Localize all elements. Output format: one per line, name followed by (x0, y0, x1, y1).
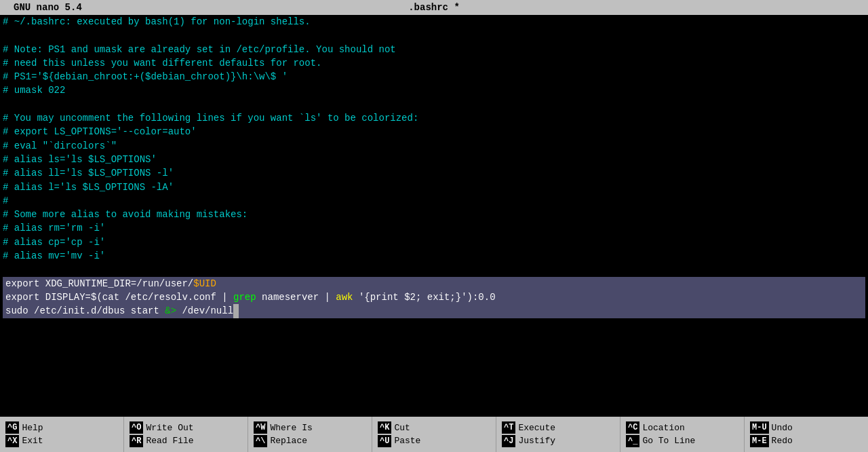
line-10: # eval "`dircolors`" (3, 139, 865, 153)
app-name: GNU nano 5.4 (14, 2, 82, 13)
key-ctrl-j: ^J (502, 435, 515, 447)
line-6: # umask 022 (3, 83, 865, 97)
key-ctrl-r: ^R (130, 435, 143, 447)
title-bar: GNU nano 5.4 .bashrc * (0, 0, 868, 15)
bottom-bar: ^G Help ^X Exit ^O Write Out ^R Read Fil… (0, 417, 868, 452)
line-5: # PS1='${debian_chroot:+($debian_chroot)… (3, 70, 865, 83)
label-execute: Execute (518, 421, 555, 435)
line-13: # alias l='ls $LS_OPTIONS -lA' (3, 181, 865, 194)
label-read-file: Read File (146, 434, 193, 448)
label-go-to-line: Go To Line (642, 434, 695, 448)
line-15: # Some more alias to avoid making mistak… (3, 208, 865, 221)
key-ctrl-x: ^X (5, 435, 19, 447)
label-exit: Exit (22, 434, 43, 448)
label-where-is: Where Is (270, 421, 312, 435)
line-3: # Note: PS1 and umask are already set in… (3, 43, 865, 56)
line-blank-1 (3, 29, 865, 42)
line-8: # You may uncomment the following lines … (3, 111, 865, 125)
editor-area[interactable]: # ~/.bashrc: executed by bash(1) for non… (0, 15, 868, 417)
line-1: # ~/.bashrc: executed by bash(1) for non… (3, 15, 865, 29)
shortcut-help: ^G Help ^X Exit (0, 417, 124, 452)
selected-line-2: export DISPLAY=$(cat /etc/resolv.conf | … (5, 290, 863, 304)
shortcut-execute: ^T Execute ^J Justify (496, 417, 620, 452)
key-ctrl-g: ^G (5, 421, 19, 434)
label-paste: Paste (394, 434, 420, 448)
line-4: # need this unless you want different de… (3, 56, 865, 70)
label-justify: Justify (518, 434, 555, 448)
shortcut-cut: ^K Cut ^U Paste (372, 417, 496, 452)
key-ctrl-o: ^O (130, 421, 143, 434)
key-ctrl-underscore: ^_ (626, 435, 639, 447)
code-lines: # ~/.bashrc: executed by bash(1) for non… (3, 15, 865, 277)
label-location: Location (642, 421, 684, 435)
line-blank-3 (3, 263, 865, 276)
key-ctrl-k: ^K (378, 421, 391, 434)
label-redo: Redo (772, 434, 793, 448)
key-ctrl-u: ^U (378, 435, 391, 447)
label-cut: Cut (394, 421, 410, 435)
key-m-u: M-U (750, 421, 769, 434)
selected-line-3: sudo /etc/init.d/dbus start &> /dev/null (5, 304, 863, 318)
shortcut-location: ^C Location ^_ Go To Line (620, 417, 745, 452)
selected-line-1: export XDG_RUNTIME_DIR=/run/user/$UID (5, 277, 863, 290)
shortcut-where: ^W Where Is ^\ Replace (248, 417, 372, 452)
file-name: .bashrc * (408, 2, 460, 13)
label-help: Help (22, 421, 43, 435)
label-replace: Replace (270, 434, 307, 448)
selected-lines: export XDG_RUNTIME_DIR=/run/user/$UID ex… (3, 277, 865, 318)
key-ctrl-backslash: ^\ (254, 435, 267, 447)
line-11: # alias ls='ls $LS_OPTIONS' (3, 153, 865, 166)
key-ctrl-w: ^W (254, 421, 267, 434)
line-16: # alias rm='rm -i' (3, 221, 865, 235)
key-m-e: M-E (750, 435, 769, 447)
key-ctrl-t: ^T (502, 421, 515, 434)
line-9: # export LS_OPTIONS='--color=auto' (3, 125, 865, 138)
shortcut-write: ^O Write Out ^R Read File (124, 417, 248, 452)
label-undo: Undo (772, 421, 793, 435)
line-blank-2 (3, 98, 865, 111)
line-12: # alias ll='ls $LS_OPTIONS -l' (3, 166, 865, 180)
key-ctrl-c: ^C (626, 421, 639, 434)
line-18: # alias mv='mv -i' (3, 249, 865, 263)
line-14: # (3, 194, 865, 208)
shortcut-undo: M-U Undo M-E Redo (745, 417, 868, 452)
label-write-out: Write Out (146, 421, 193, 435)
line-17: # alias cp='cp -i' (3, 236, 865, 249)
